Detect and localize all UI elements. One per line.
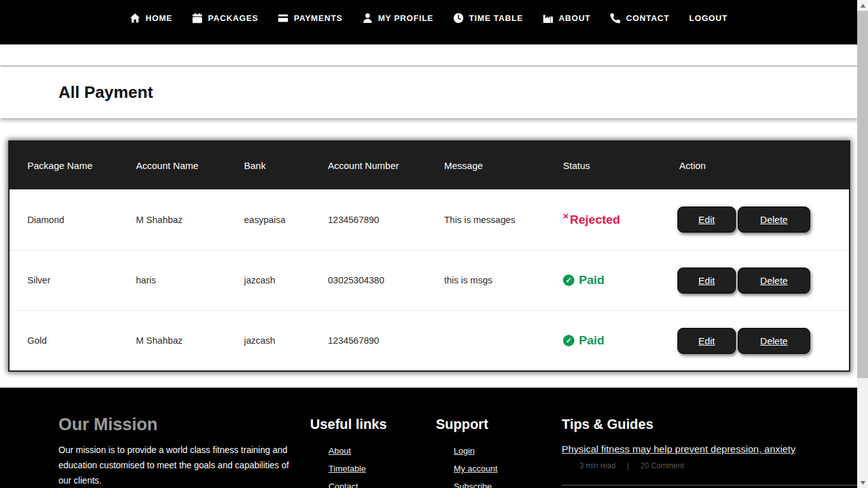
cell-action: Edit Delete [661,268,849,294]
tips-title: Tips & Guides [562,417,653,433]
payments-table: Package NameAccount NameBankAccount Numb… [8,140,850,372]
credit-card-icon [278,13,288,24]
column-header-package-name: Package Name [10,160,118,171]
status-label: Paid [579,334,604,348]
tips-article-meta: 3 min read | 20 Comment [580,461,684,470]
cell-action: Edit Delete [661,328,849,354]
header-strip [0,44,857,65]
useful-links-list: AboutTimetableContact [329,446,366,488]
nav-item-my-profile[interactable]: MY PROFILE [362,11,433,25]
top-navbar: HOME PACKAGES PAYMENTS MY PROFILE TIME T… [0,0,857,44]
page-heading-card: All Payment [0,67,857,118]
nav-item-label: PACKAGES [208,13,258,23]
calendar-icon [192,13,203,24]
cell-account-number: 1234567890 [310,215,426,225]
vertical-scrollbar[interactable] [857,0,868,488]
arrow-up-icon [860,4,865,8]
rejected-x-icon: × [563,210,569,221]
table-body: Diamond M Shahbaz easypaisa 1234567890 T… [10,189,849,370]
nav-item-packages[interactable]: PACKAGES [192,11,258,25]
footer: Our Mission Our mission is to provide a … [0,388,857,488]
nav-item-label: PAYMENTS [294,13,342,23]
support-subscribe-link[interactable]: Subscribe [454,482,498,488]
nav-item-label: HOME [146,13,172,23]
status-label: Rejected [570,213,620,227]
paid-check-icon: ✓ [563,274,574,286]
tips-article-link[interactable]: Physical fitness may help prevent depres… [562,444,796,455]
page-title: All Payment [0,67,857,102]
table-header-row: Package NameAccount NameBankAccount Numb… [10,142,849,189]
support-login-link[interactable]: Login [454,446,498,456]
phone-icon [610,13,621,24]
cell-status: × Rejected [545,213,661,227]
clock-icon [453,13,464,24]
column-header-status: Status [545,160,661,171]
cell-bank: easypaisa [226,215,310,225]
edit-button[interactable]: Edit [677,207,736,233]
user-icon [362,13,373,24]
support-my-account-link[interactable]: My account [454,464,498,473]
useful-contact-link[interactable]: Contact [329,482,366,488]
nav-item-payments[interactable]: PAYMENTS [278,11,342,25]
edit-button[interactable]: Edit [677,328,736,354]
nav-item-about[interactable]: ABOUT [543,11,590,25]
column-header-account-number: Account Number [310,160,426,171]
scroll-up-button[interactable] [857,0,868,11]
support-title: Support [436,417,488,433]
cell-status: ✓ Paid [545,334,661,348]
column-header-bank: Bank [226,160,310,171]
cell-account-number: 1234567890 [310,336,426,346]
paid-check-icon: ✓ [563,335,574,346]
nav-item-logout[interactable]: LOGOUT [689,11,728,25]
nav-item-label: CONTACT [626,13,669,23]
cell-package-name: Silver [10,275,118,285]
status-label: Paid [579,273,604,287]
cell-bank: jazcash [226,336,310,346]
nav-item-label: MY PROFILE [378,13,433,23]
column-header-message: Message [426,160,545,171]
support-links-list: LoginMy accountSubscribe [454,446,498,488]
meta-separator: | [627,461,629,470]
scroll-down-button[interactable] [857,477,868,488]
useful-about-link[interactable]: About [329,446,366,456]
industry-icon [543,13,553,24]
delete-button[interactable]: Delete [738,268,810,294]
mission-title: Our Mission [58,415,158,435]
nav-item-time-table[interactable]: TIME TABLE [453,11,523,25]
table-row: Silver haris jazcash 03025304380 this is… [10,250,849,310]
scrollbar-thumb[interactable] [857,11,868,378]
cell-message: this is msgs [426,275,545,285]
cell-package-name: Gold [10,336,118,346]
edit-button[interactable]: Edit [677,268,736,294]
tips-divider [562,485,857,485]
useful-timetable-link[interactable]: Timetable [329,464,366,473]
column-header-action: Action [661,160,849,171]
delete-button[interactable]: Delete [738,328,810,354]
table-row: Gold M Shahbaz jazcash 1234567890 ✓ Paid… [10,310,849,370]
mission-text: Our mission is to provide a world class … [58,442,290,488]
cell-package-name: Diamond [10,215,118,225]
table-row: Diamond M Shahbaz easypaisa 1234567890 T… [10,189,849,250]
nav-item-label: LOGOUT [689,13,728,23]
arrow-down-icon [860,481,865,485]
useful-links-title: Useful links [310,417,387,433]
cell-bank: jazcash [226,275,310,285]
comment-count: 20 Comment [641,461,684,470]
home-icon [130,13,140,24]
cell-account-name: M Shahbaz [118,215,226,225]
read-time: 3 min read [580,461,616,470]
nav-item-label: TIME TABLE [469,13,523,23]
cell-action: Edit Delete [661,207,849,233]
cell-account-number: 03025304380 [310,275,426,285]
cell-account-name: haris [118,275,226,285]
cell-account-name: M Shahbaz [118,336,226,346]
cell-message: This is messages [426,215,545,225]
delete-button[interactable]: Delete [738,207,810,233]
nav-item-contact[interactable]: CONTACT [610,11,669,25]
cell-status: ✓ Paid [545,273,661,287]
nav-item-label: ABOUT [559,13,590,23]
column-header-account-name: Account Name [118,160,226,171]
nav-item-home[interactable]: HOME [130,11,172,25]
